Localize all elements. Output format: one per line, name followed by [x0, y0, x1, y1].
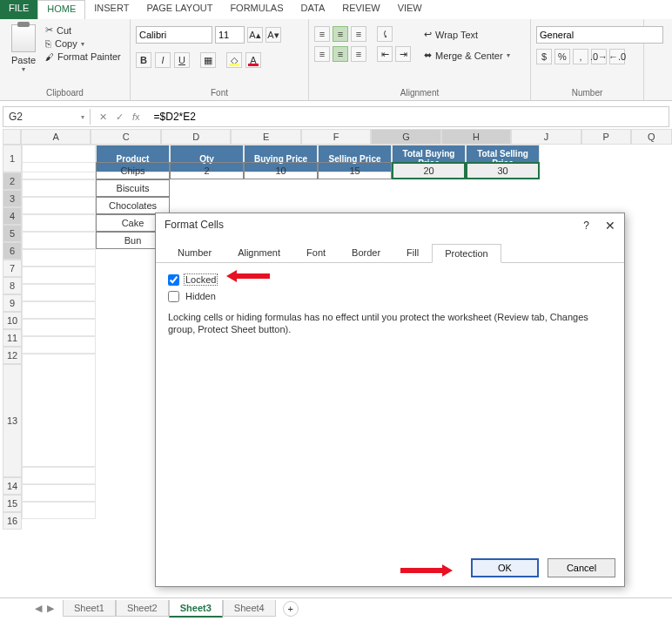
dlg-tab-number[interactable]: Number [165, 243, 225, 262]
format-painter-button[interactable]: Format Painter [45, 51, 121, 62]
tab-review[interactable]: REVIEW [333, 0, 388, 19]
row-3[interactable]: 3 [3, 190, 22, 207]
decrease-decimal-button[interactable]: ←.0 [609, 49, 625, 64]
col-D[interactable]: D [161, 129, 231, 145]
dialog-close-button[interactable]: ✕ [605, 219, 615, 233]
tab-page-layout[interactable]: PAGE LAYOUT [138, 0, 221, 19]
row-15[interactable]: 15 [3, 495, 22, 512]
currency-button[interactable]: $ [536, 49, 552, 64]
cell-A16[interactable] [22, 502, 96, 519]
percent-button[interactable]: % [554, 49, 570, 64]
locked-label[interactable]: Locked [184, 273, 218, 286]
col-P[interactable]: P [581, 129, 631, 145]
row-12[interactable]: 12 [3, 347, 22, 364]
merge-center-button[interactable]: ⬌Merge & Center▾ [420, 47, 514, 64]
dlg-tab-font[interactable]: Font [293, 243, 339, 262]
col-E[interactable]: E [231, 129, 300, 145]
hidden-label[interactable]: Hidden [184, 290, 218, 302]
row-14[interactable]: 14 [3, 477, 22, 495]
bold-button[interactable]: B [136, 52, 151, 68]
cell-A2[interactable] [22, 162, 96, 179]
cancel-formula-icon[interactable]: ✕ [99, 111, 107, 123]
border-button[interactable]: ▦ [200, 52, 216, 68]
locked-checkbox[interactable] [168, 274, 179, 286]
col-Q[interactable]: Q [631, 129, 672, 145]
col-G[interactable]: G [371, 129, 440, 145]
col-A[interactable]: A [21, 129, 91, 145]
add-sheet-button[interactable]: + [283, 601, 299, 617]
cell-G2[interactable]: 20 [392, 162, 466, 179]
cell-A5[interactable] [22, 214, 96, 232]
cell-A14[interactable] [22, 467, 96, 484]
row-6[interactable]: 6 [3, 242, 22, 260]
increase-decimal-button[interactable]: .0→ [591, 49, 607, 64]
cell-A12[interactable] [22, 336, 96, 354]
dialog-help-button[interactable]: ? [583, 219, 589, 232]
fx-icon[interactable]: fx [132, 111, 140, 123]
increase-font-button[interactable]: A▴ [247, 27, 263, 43]
formula-input[interactable] [149, 109, 669, 125]
wrap-text-button[interactable]: ↩Wrap Text [420, 26, 514, 43]
sheet-tab-2[interactable]: Sheet2 [116, 600, 169, 617]
align-center-button[interactable]: ≡ [333, 46, 348, 62]
tab-formulas[interactable]: FORMULAS [221, 0, 292, 19]
cell-A9[interactable] [22, 284, 96, 301]
row-2[interactable]: 2 [3, 172, 22, 190]
row-8[interactable]: 8 [3, 277, 22, 294]
fill-color-button[interactable]: ◇ [226, 52, 242, 68]
hidden-checkbox[interactable] [168, 291, 179, 302]
cell-A8[interactable] [22, 267, 96, 284]
cell-A11[interactable] [22, 319, 96, 336]
name-box[interactable]: G2▾ [3, 109, 91, 125]
decrease-indent-button[interactable]: ⇤ [377, 46, 393, 62]
row-11[interactable]: 11 [3, 329, 22, 347]
dlg-tab-border[interactable]: Border [339, 243, 393, 262]
sheet-nav-prev[interactable]: ◀ [35, 603, 42, 614]
row-4[interactable]: 4 [3, 207, 22, 225]
font-name-select[interactable] [136, 26, 212, 44]
align-right-button[interactable]: ≡ [351, 46, 366, 62]
row-5[interactable]: 5 [3, 225, 22, 242]
orientation-button[interactable]: ⤹ [377, 26, 393, 42]
underline-button[interactable]: U [174, 52, 190, 68]
row-1[interactable]: 1 [3, 145, 22, 172]
row-13[interactable]: 13 [3, 364, 22, 477]
row-7[interactable]: 7 [3, 260, 22, 277]
cancel-button[interactable]: Cancel [548, 558, 615, 577]
tab-file[interactable]: FILE [0, 0, 37, 19]
tab-home[interactable]: HOME [37, 0, 85, 19]
align-bottom-button[interactable]: ≡ [351, 26, 366, 42]
cell-F2[interactable]: 15 [318, 162, 392, 179]
tab-view[interactable]: VIEW [389, 0, 431, 19]
align-top-button[interactable]: ≡ [314, 26, 330, 42]
sheet-tab-4[interactable]: Sheet4 [223, 600, 276, 617]
col-C[interactable]: C [91, 129, 160, 145]
sheet-tab-1[interactable]: Sheet1 [63, 600, 116, 617]
dlg-tab-fill[interactable]: Fill [393, 243, 432, 262]
comma-button[interactable]: , [573, 49, 588, 64]
cell-A13[interactable] [22, 354, 96, 467]
decrease-font-button[interactable]: A▾ [265, 27, 281, 43]
col-F[interactable]: F [301, 129, 371, 145]
cell-A10[interactable] [22, 301, 96, 319]
cell-A6[interactable] [22, 232, 96, 249]
col-J[interactable]: J [511, 129, 581, 145]
font-size-select[interactable] [215, 26, 245, 44]
dlg-tab-alignment[interactable]: Alignment [225, 243, 293, 262]
cell-C3[interactable]: Biscuits [96, 179, 170, 197]
cell-C2[interactable]: Chips [96, 162, 170, 179]
sheet-tab-3[interactable]: Sheet3 [169, 600, 223, 618]
row-9[interactable]: 9 [3, 294, 22, 312]
dlg-tab-protection[interactable]: Protection [432, 244, 501, 263]
cell-A3[interactable] [22, 179, 96, 197]
select-all-corner[interactable] [3, 129, 21, 145]
cell-H2[interactable]: 30 [466, 162, 540, 179]
col-H[interactable]: H [441, 129, 511, 145]
row-16[interactable]: 16 [3, 512, 22, 530]
sheet-nav-next[interactable]: ▶ [47, 603, 54, 614]
cell-A7[interactable] [22, 249, 96, 267]
cell-A15[interactable] [22, 484, 96, 502]
cell-D2[interactable]: 2 [170, 162, 244, 179]
font-color-button[interactable]: A [245, 52, 261, 68]
align-left-button[interactable]: ≡ [314, 46, 330, 62]
